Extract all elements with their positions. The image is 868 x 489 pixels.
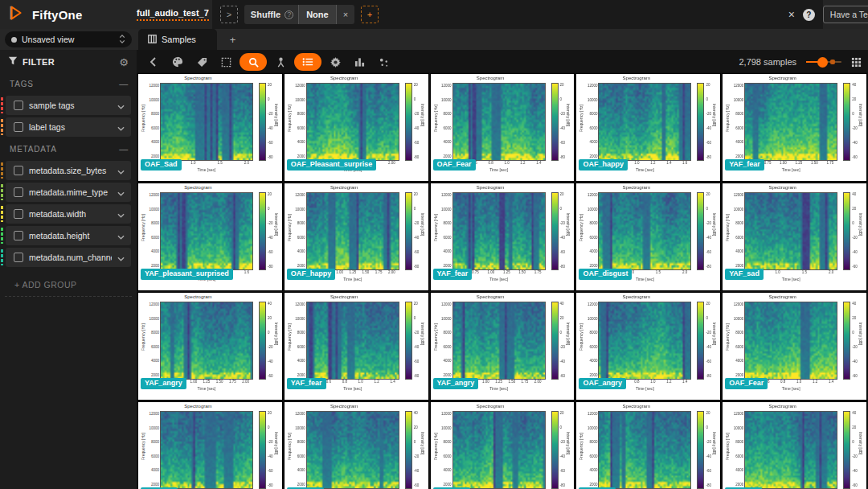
figure-title: Spectrogram — [138, 185, 258, 190]
classification-tag: OAF_Fear — [433, 159, 476, 171]
colorbar-ticks: 200-20-40-60-80 — [706, 84, 711, 160]
sidebar-section-metadata[interactable]: METADATA— — [0, 139, 137, 158]
sidebar-field-metadata-size-bytes[interactable]: metadata.size_bytes — [6, 161, 131, 180]
sidebar-field-metadata-width[interactable]: metadata.width — [6, 204, 131, 224]
histograms-icon[interactable] — [349, 53, 370, 71]
chevron-down-icon[interactable] — [117, 120, 125, 134]
sidebar-field-label-tags[interactable]: label tags — [6, 117, 131, 137]
back-icon[interactable] — [143, 53, 164, 71]
dataset-name[interactable]: full_audio_test_7 — [137, 8, 209, 21]
view-stage-shuffle[interactable]: Shuffle ? None × — [244, 5, 354, 24]
figure-title: Spectrogram — [285, 76, 404, 80]
chevron-down-icon[interactable] — [117, 185, 125, 199]
sample-card[interactable]: Spectrogram Frequency [Hz] 1200010000800… — [576, 183, 720, 290]
sample-card[interactable]: Spectrogram Frequency [Hz] 1200010000800… — [138, 402, 282, 489]
field-checkbox[interactable] — [14, 101, 23, 110]
sort-list-icon[interactable] — [294, 53, 321, 71]
zoom-knob[interactable] — [817, 57, 828, 68]
field-checkbox[interactable] — [14, 231, 23, 240]
chevron-down-icon[interactable] — [117, 98, 125, 113]
chevron-down-icon[interactable] — [117, 163, 125, 178]
sidebar-section-tags[interactable]: TAGS— — [0, 74, 137, 93]
sample-card[interactable]: Spectrogram Frequency [Hz] 1200010000800… — [576, 402, 720, 489]
search-icon[interactable] — [240, 53, 267, 71]
sidebar-field-metadata-height[interactable]: metadata.height — [6, 226, 131, 245]
classification-tag: YAF_angry — [141, 378, 186, 389]
collapse-section-icon[interactable]: — — [119, 79, 129, 88]
stage-value[interactable]: None — [298, 5, 336, 24]
grid-layout-icon[interactable] — [851, 57, 862, 68]
sample-card[interactable]: Spectrogram Frequency [Hz] 1200010000800… — [723, 402, 866, 489]
figure-yticks: 12000100008000600040002000 — [144, 413, 159, 487]
chevron-down-icon[interactable] — [117, 250, 125, 265]
view-bar-help-icon[interactable]: ? — [803, 9, 815, 21]
figure-yticks: 12000100008000600040002000 — [290, 303, 305, 377]
field-checkbox[interactable] — [14, 209, 23, 219]
spectrogram-image — [745, 193, 837, 269]
stage-close-button[interactable]: × — [336, 5, 354, 24]
colorbar — [552, 412, 558, 488]
field-checkbox[interactable] — [14, 187, 23, 197]
sidebar-field-sample-tags[interactable]: sample tags — [6, 96, 131, 115]
sidebar-settings-gear-icon[interactable]: ⚙ — [119, 56, 129, 68]
colorbar-label: Intensity [dB] — [712, 428, 717, 458]
colorbar-ticks: 40200-20-40-60 — [852, 412, 858, 488]
sidebar-field-metadata-mime-type[interactable]: metadata.mime_type — [6, 183, 131, 202]
grid-toolbar: 2,798 samples — [137, 50, 868, 72]
sample-card[interactable]: Spectrogram Frequency [Hz] 1200010000800… — [285, 293, 428, 400]
select-samples-icon[interactable] — [215, 53, 236, 71]
sample-card[interactable]: Spectrogram Frequency [Hz] 1200010000800… — [431, 183, 575, 290]
new-tab-button[interactable]: + — [217, 34, 249, 46]
field-checkbox[interactable] — [14, 253, 23, 262]
sample-card[interactable]: Spectrogram Frequency [Hz] 1200010000800… — [138, 293, 282, 400]
sample-card[interactable]: Spectrogram Frequency [Hz] 1200010000800… — [138, 183, 282, 290]
sample-card[interactable]: Spectrogram Frequency [Hz] 1200010000800… — [723, 293, 866, 400]
colorbar-label: Intensity [dB] — [712, 209, 717, 240]
colorbar-ticks: 200-20-40-60-80 — [268, 412, 273, 488]
colorbar-label: Intensity [dB] — [274, 318, 279, 349]
sample-card[interactable]: Spectrogram Frequency [Hz] 1200010000800… — [285, 402, 428, 489]
sample-card[interactable]: Spectrogram Frequency [Hz] 1200010000800… — [431, 402, 575, 489]
clear-view-button[interactable]: × — [788, 8, 795, 21]
colorbar — [406, 193, 411, 269]
sample-card[interactable]: Spectrogram Frequency [Hz] 1200010000800… — [285, 183, 428, 290]
view-bar-actions: × ? — [788, 8, 815, 21]
colorbar — [260, 412, 265, 488]
sample-card[interactable]: Spectrogram Frequency [Hz] 1200010000800… — [723, 74, 866, 181]
chevron-down-icon[interactable] — [117, 228, 125, 243]
colorbar-ticks: 40200-20-40-60 — [268, 302, 273, 379]
field-checkbox[interactable] — [14, 166, 23, 175]
field-checkbox[interactable] — [14, 122, 23, 132]
stage-info-icon[interactable]: ? — [285, 10, 293, 19]
figure-yticks: 12000100008000600040002000 — [728, 84, 743, 158]
settings-gear-icon[interactable] — [325, 53, 346, 71]
have-a-team-button[interactable]: Have a Team? — [823, 6, 868, 23]
sample-card[interactable]: Spectrogram Frequency [Hz] 1200010000800… — [576, 74, 720, 181]
colorbar-ticks: 40200-20-40-60 — [414, 412, 420, 488]
sidebar-field-metadata-num-channels[interactable]: metadata.num_channels — [6, 248, 131, 267]
sample-card[interactable]: Spectrogram Frequency [Hz] 1200010000800… — [285, 74, 428, 181]
colorbar-ticks: 40200-20-40-60 — [560, 302, 566, 379]
embeddings-icon[interactable] — [373, 53, 394, 71]
sample-card[interactable]: Spectrogram Frequency [Hz] 1200010000800… — [138, 74, 282, 181]
tag-icon[interactable] — [191, 53, 212, 71]
add-group-button[interactable]: + ADD GROUP — [5, 272, 132, 297]
sample-grid: Spectrogram Frequency [Hz] 1200010000800… — [137, 72, 868, 489]
figure-title: Spectrogram — [431, 294, 551, 299]
sample-card[interactable]: Spectrogram Frequency [Hz] 1200010000800… — [431, 74, 575, 181]
tab-samples[interactable]: Samples — [138, 29, 217, 50]
collapse-section-icon[interactable]: — — [119, 144, 129, 154]
expand-view-stage-button[interactable]: > — [220, 6, 238, 23]
patches-icon[interactable] — [270, 53, 291, 71]
chevron-down-icon[interactable] — [117, 207, 125, 221]
add-view-stage-button[interactable]: + — [361, 6, 379, 23]
sample-card[interactable]: Spectrogram Frequency [Hz] 1200010000800… — [723, 183, 866, 290]
saved-view-selector[interactable]: Unsaved view — [5, 31, 132, 47]
colorbar-ticks: 200-20-40-60-80 — [268, 84, 273, 160]
figure-title: Spectrogram — [431, 76, 551, 80]
colorbar-ticks: 40200-20-40-60 — [852, 302, 858, 379]
sample-card[interactable]: Spectrogram Frequency [Hz] 1200010000800… — [431, 293, 575, 400]
sample-card[interactable]: Spectrogram Frequency [Hz] 1200010000800… — [576, 293, 720, 400]
grid-zoom-slider[interactable] — [806, 57, 841, 67]
color-palette-icon[interactable] — [167, 53, 188, 71]
